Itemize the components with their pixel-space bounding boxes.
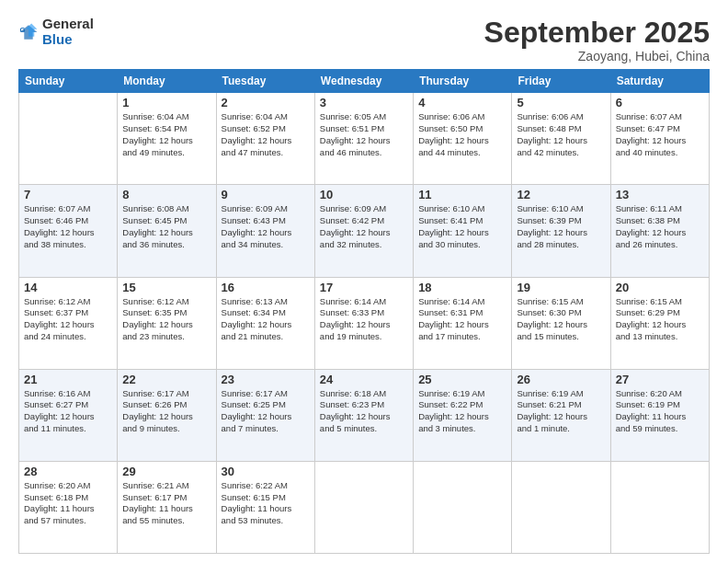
- day-info: Sunrise: 6:06 AM Sunset: 6:48 PM Dayligh…: [517, 111, 605, 158]
- day-number: 2: [222, 96, 310, 109]
- day-number: 1: [122, 96, 210, 109]
- calendar-cell: 23Sunrise: 6:17 AM Sunset: 6:25 PM Dayli…: [216, 369, 314, 461]
- calendar-cell: 6Sunrise: 6:07 AM Sunset: 6:47 PM Daylig…: [610, 93, 709, 185]
- weekday-header: Wednesday: [314, 70, 413, 93]
- day-number: 4: [418, 96, 506, 109]
- logo-icon: G: [18, 22, 39, 42]
- day-number: 27: [616, 373, 704, 386]
- day-info: Sunrise: 6:20 AM Sunset: 6:19 PM Dayligh…: [616, 388, 704, 435]
- day-info: Sunrise: 6:14 AM Sunset: 6:31 PM Dayligh…: [418, 296, 506, 343]
- weekday-header: Friday: [512, 70, 610, 93]
- day-number: 12: [517, 188, 605, 201]
- calendar-cell: [414, 461, 512, 553]
- calendar-cell: 24Sunrise: 6:18 AM Sunset: 6:23 PM Dayli…: [314, 369, 413, 461]
- calendar-cell: 4Sunrise: 6:06 AM Sunset: 6:50 PM Daylig…: [414, 93, 512, 185]
- calendar-cell: 12Sunrise: 6:10 AM Sunset: 6:39 PM Dayli…: [512, 185, 610, 277]
- calendar-cell: 25Sunrise: 6:19 AM Sunset: 6:22 PM Dayli…: [414, 369, 512, 461]
- calendar-table: SundayMondayTuesdayWednesdayThursdayFrid…: [18, 69, 710, 554]
- location-subtitle: Zaoyang, Hubei, China: [484, 49, 710, 63]
- day-info: Sunrise: 6:05 AM Sunset: 6:51 PM Dayligh…: [320, 111, 408, 158]
- day-number: 14: [24, 281, 112, 294]
- weekday-header: Tuesday: [216, 70, 314, 93]
- day-number: 7: [24, 188, 112, 201]
- weekday-header: Monday: [118, 70, 216, 93]
- day-info: Sunrise: 6:20 AM Sunset: 6:18 PM Dayligh…: [24, 480, 112, 527]
- logo: G General Blue: [18, 17, 94, 47]
- day-info: Sunrise: 6:04 AM Sunset: 6:54 PM Dayligh…: [122, 111, 210, 158]
- calendar-cell: 7Sunrise: 6:07 AM Sunset: 6:46 PM Daylig…: [19, 185, 118, 277]
- calendar-cell: 3Sunrise: 6:05 AM Sunset: 6:51 PM Daylig…: [314, 93, 413, 185]
- day-info: Sunrise: 6:09 AM Sunset: 6:43 PM Dayligh…: [222, 203, 310, 250]
- calendar-cell: 10Sunrise: 6:09 AM Sunset: 6:42 PM Dayli…: [314, 185, 413, 277]
- day-info: Sunrise: 6:17 AM Sunset: 6:25 PM Dayligh…: [222, 388, 310, 435]
- day-number: 10: [320, 188, 408, 201]
- logo-line1: General: [42, 17, 94, 32]
- weekday-header: Thursday: [414, 70, 512, 93]
- calendar-cell: 21Sunrise: 6:16 AM Sunset: 6:27 PM Dayli…: [19, 369, 118, 461]
- day-info: Sunrise: 6:17 AM Sunset: 6:26 PM Dayligh…: [122, 388, 210, 435]
- logo-line2: Blue: [42, 32, 94, 48]
- calendar-cell: 2Sunrise: 6:04 AM Sunset: 6:52 PM Daylig…: [216, 93, 314, 185]
- calendar-cell: 30Sunrise: 6:22 AM Sunset: 6:15 PM Dayli…: [216, 461, 314, 553]
- day-number: 18: [418, 281, 506, 294]
- day-number: 17: [320, 281, 408, 294]
- day-info: Sunrise: 6:15 AM Sunset: 6:29 PM Dayligh…: [616, 296, 704, 343]
- day-number: 24: [320, 373, 408, 386]
- calendar-cell: 11Sunrise: 6:10 AM Sunset: 6:41 PM Dayli…: [414, 185, 512, 277]
- day-info: Sunrise: 6:10 AM Sunset: 6:41 PM Dayligh…: [418, 203, 506, 250]
- day-info: Sunrise: 6:19 AM Sunset: 6:22 PM Dayligh…: [418, 388, 506, 435]
- calendar-cell: 20Sunrise: 6:15 AM Sunset: 6:29 PM Dayli…: [610, 277, 709, 369]
- day-info: Sunrise: 6:18 AM Sunset: 6:23 PM Dayligh…: [320, 388, 408, 435]
- day-number: 5: [517, 96, 605, 109]
- day-number: 25: [418, 373, 506, 386]
- day-number: 20: [616, 281, 704, 294]
- day-number: 26: [517, 373, 605, 386]
- day-number: 11: [418, 188, 506, 201]
- day-number: 6: [616, 96, 704, 109]
- calendar-cell: 16Sunrise: 6:13 AM Sunset: 6:34 PM Dayli…: [216, 277, 314, 369]
- calendar-cell: 29Sunrise: 6:21 AM Sunset: 6:17 PM Dayli…: [118, 461, 216, 553]
- day-info: Sunrise: 6:11 AM Sunset: 6:38 PM Dayligh…: [616, 203, 704, 250]
- day-number: 13: [616, 188, 704, 201]
- day-info: Sunrise: 6:07 AM Sunset: 6:47 PM Dayligh…: [616, 111, 704, 158]
- calendar-cell: 8Sunrise: 6:08 AM Sunset: 6:45 PM Daylig…: [118, 185, 216, 277]
- weekday-header: Saturday: [610, 70, 709, 93]
- calendar-cell: 19Sunrise: 6:15 AM Sunset: 6:30 PM Dayli…: [512, 277, 610, 369]
- calendar-cell: 9Sunrise: 6:09 AM Sunset: 6:43 PM Daylig…: [216, 185, 314, 277]
- day-info: Sunrise: 6:12 AM Sunset: 6:35 PM Dayligh…: [122, 296, 210, 343]
- day-info: Sunrise: 6:22 AM Sunset: 6:15 PM Dayligh…: [222, 480, 310, 527]
- calendar-cell: 5Sunrise: 6:06 AM Sunset: 6:48 PM Daylig…: [512, 93, 610, 185]
- day-info: Sunrise: 6:15 AM Sunset: 6:30 PM Dayligh…: [517, 296, 605, 343]
- calendar-cell: 13Sunrise: 6:11 AM Sunset: 6:38 PM Dayli…: [610, 185, 709, 277]
- calendar-cell: [19, 93, 118, 185]
- calendar-cell: 14Sunrise: 6:12 AM Sunset: 6:37 PM Dayli…: [19, 277, 118, 369]
- calendar-cell: [610, 461, 709, 553]
- day-info: Sunrise: 6:04 AM Sunset: 6:52 PM Dayligh…: [222, 111, 310, 158]
- day-info: Sunrise: 6:09 AM Sunset: 6:42 PM Dayligh…: [320, 203, 408, 250]
- day-number: 19: [517, 281, 605, 294]
- calendar-cell: 17Sunrise: 6:14 AM Sunset: 6:33 PM Dayli…: [314, 277, 413, 369]
- day-number: 15: [122, 281, 210, 294]
- day-info: Sunrise: 6:21 AM Sunset: 6:17 PM Dayligh…: [122, 480, 210, 527]
- calendar-cell: 27Sunrise: 6:20 AM Sunset: 6:19 PM Dayli…: [610, 369, 709, 461]
- day-number: 28: [24, 465, 112, 478]
- calendar-cell: 15Sunrise: 6:12 AM Sunset: 6:35 PM Dayli…: [118, 277, 216, 369]
- calendar-cell: 28Sunrise: 6:20 AM Sunset: 6:18 PM Dayli…: [19, 461, 118, 553]
- day-number: 22: [122, 373, 210, 386]
- calendar-cell: [314, 461, 413, 553]
- day-info: Sunrise: 6:12 AM Sunset: 6:37 PM Dayligh…: [24, 296, 112, 343]
- day-number: 23: [222, 373, 310, 386]
- weekday-header: Sunday: [19, 70, 118, 93]
- day-number: 8: [122, 188, 210, 201]
- calendar-cell: 1Sunrise: 6:04 AM Sunset: 6:54 PM Daylig…: [118, 93, 216, 185]
- title-block: September 2025 Zaoyang, Hubei, China: [484, 17, 710, 63]
- day-info: Sunrise: 6:13 AM Sunset: 6:34 PM Dayligh…: [222, 296, 310, 343]
- calendar-cell: 22Sunrise: 6:17 AM Sunset: 6:26 PM Dayli…: [118, 369, 216, 461]
- day-info: Sunrise: 6:06 AM Sunset: 6:50 PM Dayligh…: [418, 111, 506, 158]
- day-info: Sunrise: 6:07 AM Sunset: 6:46 PM Dayligh…: [24, 203, 112, 250]
- day-info: Sunrise: 6:19 AM Sunset: 6:21 PM Dayligh…: [517, 388, 605, 435]
- day-number: 21: [24, 373, 112, 386]
- day-number: 29: [122, 465, 210, 478]
- calendar-cell: 18Sunrise: 6:14 AM Sunset: 6:31 PM Dayli…: [414, 277, 512, 369]
- day-info: Sunrise: 6:14 AM Sunset: 6:33 PM Dayligh…: [320, 296, 408, 343]
